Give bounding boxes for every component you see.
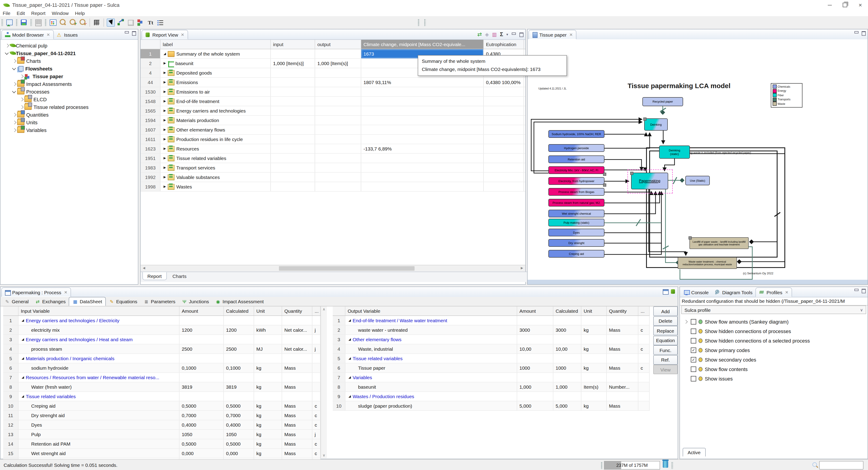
report-eutrophication-cell[interactable] <box>484 125 524 134</box>
cell-amount[interactable]: 0,000 <box>180 449 224 458</box>
column-header-rownum[interactable] <box>3 306 19 315</box>
cell-flag[interactable] <box>638 382 650 391</box>
cell-calc[interactable]: 0,000 <box>224 449 254 458</box>
search-input[interactable] <box>819 461 864 470</box>
grid-icon[interactable] <box>93 19 101 27</box>
profile-option[interactable]: ✓Show primary codes <box>684 345 810 355</box>
variable-cell[interactable]: ◢Wastes / Production residues <box>345 392 517 401</box>
report-eutrophication-cell[interactable] <box>484 163 524 172</box>
report-output-cell[interactable] <box>315 97 361 106</box>
add-button[interactable]: Add <box>653 306 678 316</box>
cell-amount[interactable] <box>517 354 553 363</box>
cell-amount[interactable]: 0,5000 <box>180 439 224 448</box>
table-row[interactable]: 6Tissue paper10001000kgMassc <box>333 363 650 373</box>
subtab-parameters[interactable]: ≣Parameters <box>141 297 179 306</box>
cell-flag[interactable] <box>638 316 650 325</box>
func-button[interactable]: Func. <box>653 345 678 355</box>
tree-item-processes[interactable]: Processes <box>0 88 138 95</box>
column-header-Amount[interactable]: Amount <box>517 306 553 315</box>
node-papermaking[interactable]: Papermaking <box>631 173 668 189</box>
cell-amount[interactable] <box>517 392 553 401</box>
expand-icon[interactable]: ▶ <box>163 137 167 141</box>
variable-cell[interactable]: Creping aid <box>19 401 180 410</box>
table-row[interactable]: 8baseunit1,0001,000Item(s)Number... <box>333 382 650 392</box>
tree-item-variables[interactable]: Variables <box>0 126 138 134</box>
cell-calc[interactable] <box>553 392 581 401</box>
report-input-cell[interactable] <box>271 182 315 191</box>
report-input-cell[interactable] <box>271 97 315 106</box>
close-icon[interactable]: ✕ <box>785 290 788 294</box>
expand-icon[interactable] <box>12 120 16 124</box>
report-row[interactable]: 1565▶Energy carriers and technologies <box>141 106 525 116</box>
column-header-Quantity[interactable]: Quantity <box>282 306 312 315</box>
cell-qty[interactable]: Mass <box>607 325 638 335</box>
subtab-datasheet[interactable]: ▦DataSheet <box>69 297 106 306</box>
collapse-icon[interactable]: ◢ <box>21 395 25 398</box>
node-pulp-making-static[interactable]: Pulp making (static) <box>548 219 604 226</box>
node-electricity-hydropower[interactable]: Electricity, from hydropower <box>548 177 604 185</box>
report-output-cell[interactable] <box>315 173 361 182</box>
cell-calc[interactable]: 5,000 <box>553 401 581 410</box>
close-icon[interactable]: ✕ <box>181 32 184 37</box>
cell-calc[interactable] <box>224 392 254 401</box>
report-input-cell[interactable]: 1,000 [Item(s)] <box>271 59 315 68</box>
profile-option[interactable]: Show flow amounts (Sankey diagram) <box>684 317 810 326</box>
menu-report[interactable]: Report <box>29 10 48 16</box>
report-row[interactable]: 1992▶Valuable substances <box>141 173 525 182</box>
cell-qty[interactable] <box>607 354 638 363</box>
report-climate-cell[interactable]: 1807 93,11% <box>361 78 484 87</box>
columns-icon[interactable]: ▥ <box>492 31 497 37</box>
profile-select[interactable]: Sulca profile ∨ <box>681 306 866 314</box>
garbage-collect-icon[interactable] <box>663 461 668 468</box>
cell-qty[interactable] <box>607 373 638 382</box>
cell-qty[interactable]: Mass <box>607 344 638 353</box>
report-climate-cell[interactable] <box>361 182 484 191</box>
variable-cell[interactable]: electricity mix <box>19 325 180 335</box>
diagram-canvas[interactable]: Updated 4.11.2021 / JL Tissue papermakin… <box>528 39 868 280</box>
cell-qty[interactable] <box>282 335 312 344</box>
cell-qty[interactable] <box>607 335 638 344</box>
maximize-panel-icon[interactable] <box>131 31 136 35</box>
cell-calc[interactable]: 0,7000 <box>224 411 254 420</box>
report-row[interactable]: 44▶Emissions1807 93,11%0,4380 100,00% <box>141 78 525 87</box>
report-input-cell[interactable] <box>271 154 315 163</box>
report-output-cell[interactable] <box>315 106 361 115</box>
tree-item-tissue-paper[interactable]: Tissue paper <box>0 72 138 80</box>
cell-qty[interactable]: Mass <box>607 363 638 372</box>
table-row[interactable]: 7◢Variables <box>333 373 650 382</box>
node-deinking-static[interactable]: Deinking (static) <box>659 146 690 159</box>
table-row[interactable]: 1◢End-of-life treatment / Waste water tr… <box>333 316 650 325</box>
cell-amount[interactable] <box>517 335 553 344</box>
cell-qty[interactable] <box>607 392 638 401</box>
cell-qty[interactable]: Mass <box>282 382 312 391</box>
expand-icon[interactable]: ▶ <box>163 99 167 103</box>
cell-qty[interactable]: Mass <box>282 439 312 448</box>
variable-cell[interactable]: sludge (paper production) <box>345 401 517 410</box>
cell-qty[interactable]: Mass <box>282 430 312 439</box>
cell-calc[interactable]: 1000 <box>553 363 581 372</box>
variable-cell[interactable]: baseunit <box>345 382 517 391</box>
report-input-cell[interactable] <box>271 87 315 96</box>
cell-qty[interactable] <box>282 373 312 382</box>
maximize-panel-icon[interactable] <box>861 289 866 293</box>
cell-unit[interactable]: Item(s) <box>581 382 607 391</box>
cell-qty[interactable]: Mass <box>282 411 312 420</box>
tree-item-elcd[interactable]: ELCD <box>0 95 138 103</box>
menu-file[interactable]: File <box>0 10 13 16</box>
expand-icon[interactable]: ▶ <box>163 185 167 188</box>
tab-issues[interactable]: ⚠Issues <box>54 30 81 39</box>
expand-icon[interactable]: ▶ <box>163 147 167 151</box>
report-eutrophication-cell[interactable] <box>484 87 524 96</box>
cell-unit[interactable]: kg <box>254 363 282 372</box>
report-label-cell[interactable]: ▶Energy carriers and technologies <box>160 106 271 115</box>
expand-icon[interactable] <box>5 43 8 47</box>
report-input-cell[interactable] <box>271 173 315 182</box>
report-climate-cell[interactable] <box>361 106 484 115</box>
cell-flag[interactable]: c <box>312 420 320 429</box>
ref-button[interactable]: Ref. <box>653 355 678 365</box>
report-label-cell[interactable]: ▶Transport services <box>160 163 271 172</box>
cube-icon[interactable] <box>127 19 135 27</box>
tab-charts[interactable]: Charts <box>167 272 191 280</box>
cell-flag[interactable] <box>638 401 650 410</box>
profile-option[interactable]: Show issues <box>684 374 810 383</box>
